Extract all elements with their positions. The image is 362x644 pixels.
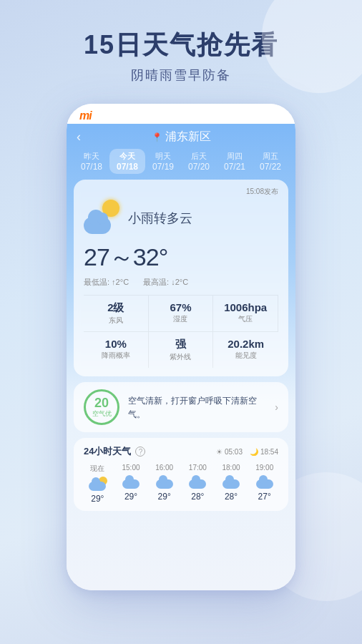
hourly-item-17: 17:00 28° <box>184 464 212 504</box>
tab-day-after[interactable]: 后天 07/20 <box>181 149 217 174</box>
stat-rain-prob: 10% 降雨概率 <box>84 331 149 368</box>
stat-humidity-label: 湿度 <box>152 314 210 324</box>
hourly-temp-16: 29° <box>150 492 178 502</box>
hourly-title-row: 24小时天气 ? <box>84 445 145 458</box>
hourly-help-icon[interactable]: ? <box>135 447 145 457</box>
hourly-temp-18: 28° <box>217 492 245 502</box>
tab-thu[interactable]: 周四 07/21 <box>217 149 253 174</box>
temperature-range: 27～32° <box>84 241 278 274</box>
mini-cloud-icon-15 <box>122 479 140 489</box>
weather-stats-grid: 2级 东风 67% 湿度 1006hpa 气压 10% 降雨概率 强 紫外线 <box>84 295 278 368</box>
mini-cloud-icon <box>89 482 106 491</box>
app-content: ‹ 📍 浦东新区 昨天 07/18 今天 07/18 明天 07/19 后天 0 <box>67 124 295 590</box>
air-description-text: 空气清新，打开窗户呼吸下清新空气。 <box>128 394 266 421</box>
mini-cloud-icon-19 <box>256 479 273 489</box>
tab-today-date: 07/18 <box>109 162 145 172</box>
hourly-time-now: 现在 <box>84 464 112 474</box>
aqi-circle: 20 空气优 <box>84 389 119 425</box>
day-tabs: 昨天 07/18 今天 07/18 明天 07/19 后天 07/20 周四 0… <box>67 149 295 174</box>
hourly-icon-16 <box>155 474 175 489</box>
back-button[interactable]: ‹ <box>77 130 81 145</box>
sunset-icon: 🌙 <box>250 448 258 456</box>
stat-wind: 2级 东风 <box>84 296 149 331</box>
location-area[interactable]: 📍 浦东新区 <box>152 130 211 145</box>
stat-humidity-value: 67% <box>152 301 210 313</box>
hourly-temp-now: 29° <box>84 494 112 504</box>
stat-humidity: 67% 湿度 <box>149 296 214 331</box>
stat-visibility-value: 20.2km <box>216 338 275 350</box>
hourly-item-now: 现在 29° <box>84 464 112 504</box>
phone-mockup: mi ‹ 📍 浦东新区 昨天 07/18 今天 07/18 明天 07/19 <box>67 104 295 590</box>
mini-cloud-icon-17 <box>189 479 206 489</box>
hourly-icon-18 <box>221 474 241 489</box>
hourly-time-18: 18:00 <box>217 464 245 472</box>
hourly-item-15: 15:00 29° <box>117 464 145 504</box>
sunset-value: 18:54 <box>260 448 278 456</box>
tab-today-name: 今天 <box>109 151 145 162</box>
weather-main: 小雨转多云 <box>84 200 278 237</box>
location-pin-icon: 📍 <box>152 132 162 142</box>
hourly-header: 24小时天气 ? ☀ 05:03 🌙 18:54 <box>84 445 278 458</box>
tab-yesterday[interactable]: 昨天 07/18 <box>74 149 109 174</box>
tab-today[interactable]: 今天 07/18 <box>109 149 145 174</box>
hourly-icon-15 <box>121 474 141 489</box>
hourly-icon-17 <box>187 474 207 489</box>
location-name: 浦东新区 <box>165 130 211 145</box>
hourly-icon-19 <box>255 474 275 489</box>
tab-tomorrow-date: 07/19 <box>145 162 181 172</box>
publish-time: 15:08发布 <box>84 187 278 197</box>
tab-tomorrow[interactable]: 明天 07/19 <box>145 149 181 174</box>
stat-wind-label: 东风 <box>87 316 145 326</box>
hourly-icon-now <box>87 477 107 491</box>
stat-pressure-label: 气压 <box>216 314 275 324</box>
high-compare: 最高温: ↓2°C <box>143 277 188 288</box>
stat-rain-prob-label: 降雨概率 <box>87 351 145 361</box>
temp-compare: 最低温: ↑2°C 最高温: ↓2°C <box>84 277 278 288</box>
stat-pressure: 1006hpa 气压 <box>213 296 278 331</box>
hourly-list: 现在 29° 15:00 29° 16:00 <box>84 464 278 504</box>
hourly-time-17: 17:00 <box>184 464 212 472</box>
stat-visibility-label: 能见度 <box>216 351 275 361</box>
mi-logo: mi <box>79 109 92 122</box>
sunrise-time: ☀ 05:03 <box>216 448 243 456</box>
hourly-time-19: 19:00 <box>250 464 278 472</box>
cloud-icon <box>84 217 111 234</box>
air-quality-card[interactable]: 20 空气优 空气清新，打开窗户呼吸下清新空气。 › <box>74 382 288 432</box>
hourly-title: 24小时天气 <box>84 445 131 458</box>
mini-cloud-icon-18 <box>222 479 240 489</box>
hourly-temp-17: 28° <box>184 492 212 502</box>
stat-rain-prob-value: 10% <box>87 338 145 350</box>
tab-yesterday-date: 07/18 <box>74 162 109 172</box>
weather-icon-large <box>84 200 121 237</box>
tab-fri-name: 周五 <box>253 151 288 162</box>
hourly-item-16: 16:00 29° <box>150 464 178 504</box>
aqi-number: 20 <box>94 396 109 409</box>
stat-wind-value: 2级 <box>87 301 145 315</box>
stat-visibility: 20.2km 能见度 <box>213 331 278 368</box>
mini-cloud-icon-16 <box>156 479 173 489</box>
stat-uv: 强 紫外线 <box>149 331 214 368</box>
tab-thu-date: 07/21 <box>217 162 253 172</box>
air-card-arrow-icon: › <box>275 401 278 413</box>
tab-tomorrow-name: 明天 <box>145 151 181 162</box>
tab-day-after-date: 07/20 <box>181 162 217 172</box>
sunrise-sunset: ☀ 05:03 🌙 18:54 <box>216 448 278 456</box>
hourly-time-16: 16:00 <box>150 464 178 472</box>
sunset-time: 🌙 18:54 <box>250 448 278 456</box>
hourly-weather-card: 24小时天气 ? ☀ 05:03 🌙 18:54 现在 <box>74 438 288 511</box>
aqi-label: 空气优 <box>92 409 112 419</box>
weather-description: 小雨转多云 <box>128 210 192 227</box>
app-header: ‹ 📍 浦东新区 <box>67 124 295 149</box>
tab-thu-name: 周四 <box>217 151 253 162</box>
hourly-time-15: 15:00 <box>117 464 145 472</box>
hourly-temp-15: 29° <box>117 492 145 502</box>
stat-uv-label: 紫外线 <box>152 352 210 362</box>
tab-fri-date: 07/22 <box>253 162 288 172</box>
stat-uv-value: 强 <box>152 338 210 351</box>
tab-yesterday-name: 昨天 <box>74 151 109 162</box>
hourly-item-18: 18:00 28° <box>217 464 245 504</box>
tab-fri[interactable]: 周五 07/22 <box>253 149 288 174</box>
phone-status-bar: mi <box>67 104 295 124</box>
stat-pressure-value: 1006hpa <box>216 301 275 313</box>
air-desc: 空气清新，打开窗户呼吸下清新空气。 <box>128 396 257 419</box>
